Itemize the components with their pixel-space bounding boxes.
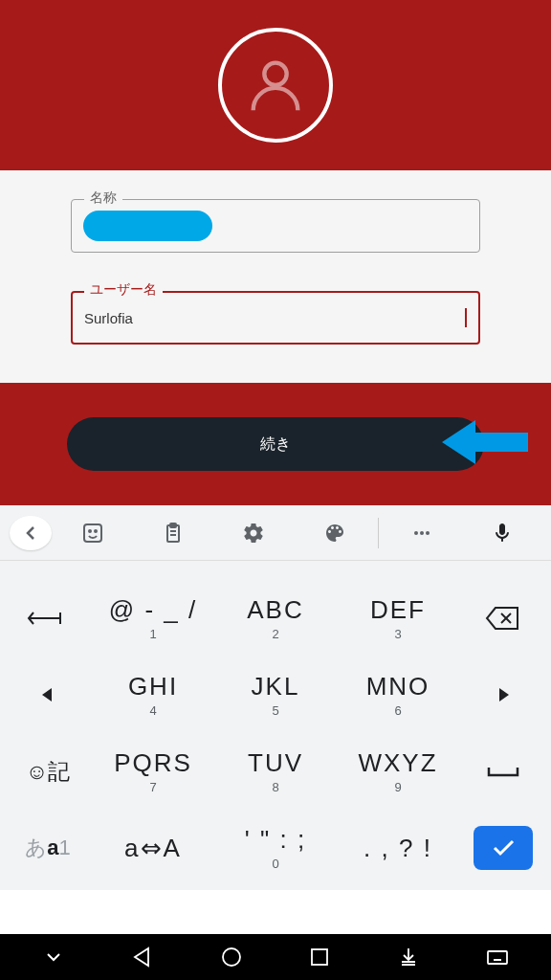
key-return-arrow[interactable]: [4, 580, 92, 657]
name-field-wrap: 名称: [71, 199, 480, 253]
key-enter[interactable]: [459, 810, 547, 886]
name-redacted: [83, 211, 212, 241]
key-6-mno[interactable]: MNO 6: [337, 657, 459, 733]
svg-marker-15: [499, 688, 509, 702]
username-label: ユーザー名: [84, 281, 163, 299]
key-nav-right[interactable]: [459, 657, 547, 733]
nav-collapse[interactable]: [42, 946, 65, 969]
keyboard-row-1: @ - _ / 1 ABC 2 DEF 3: [4, 580, 547, 657]
return-arrow-icon: [26, 607, 70, 630]
gear-icon: [242, 522, 265, 545]
key-0-punctuation[interactable]: ' " : ; 0: [214, 810, 337, 886]
svg-rect-2: [84, 524, 101, 542]
key-language-toggle[interactable]: あa1: [4, 810, 92, 886]
key-case-toggle[interactable]: a⇔A: [92, 810, 214, 886]
back-triangle-icon: [131, 946, 154, 969]
avatar-placeholder[interactable]: [218, 28, 333, 143]
key-3-def[interactable]: DEF 3: [337, 580, 459, 657]
svg-point-4: [95, 530, 97, 532]
nav-home[interactable]: [220, 946, 243, 969]
nav-download[interactable]: [397, 946, 420, 969]
arrow-left-icon: [442, 418, 528, 466]
svg-marker-14: [42, 688, 52, 702]
svg-rect-19: [488, 951, 507, 964]
enter-button-bg: [474, 826, 533, 870]
key-emoji[interactable]: ☺記: [4, 733, 92, 810]
mic-icon: [491, 522, 514, 545]
header: [0, 0, 551, 170]
key-9-wxyz[interactable]: WXYZ 9: [337, 733, 459, 810]
toolbar-separator: [378, 518, 379, 548]
svg-point-11: [426, 531, 430, 535]
key-nav-left[interactable]: [4, 657, 92, 733]
check-icon: [489, 834, 518, 862]
svg-marker-1: [442, 420, 528, 464]
key-7-pqrs[interactable]: PQRS 7: [92, 733, 214, 810]
sticker-button[interactable]: [54, 505, 132, 560]
continue-button[interactable]: 続き: [67, 417, 484, 471]
key-punctuation-2[interactable]: . , ? !: [337, 810, 459, 886]
square-icon: [308, 946, 331, 969]
circle-icon: [220, 946, 243, 969]
download-icon: [397, 946, 420, 969]
chevron-left-icon: [19, 522, 42, 545]
sticker-icon: [81, 522, 104, 545]
key-8-tuv[interactable]: TUV 8: [214, 733, 337, 810]
username-field-wrap: ユーザー名 Surlofia: [71, 291, 480, 345]
keyboard-icon: [486, 946, 509, 969]
svg-point-9: [414, 531, 418, 535]
keyboard-row-4: あa1 a⇔A ' " : ; 0 . , ? !: [4, 810, 547, 886]
person-icon: [242, 52, 309, 119]
svg-point-10: [420, 531, 424, 535]
settings-button[interactable]: [214, 505, 293, 560]
svg-marker-16: [135, 948, 148, 966]
key-2-abc[interactable]: ABC 2: [214, 580, 337, 657]
triangle-right-icon: [495, 686, 512, 703]
nav-recent[interactable]: [308, 946, 331, 969]
more-button[interactable]: [383, 505, 461, 560]
keyboard-row-3: ☺記 PQRS 7 TUV 8 WXYZ 9: [4, 733, 547, 810]
name-input[interactable]: [71, 199, 480, 253]
nav-keyboard-switch[interactable]: [486, 946, 509, 969]
android-nav-bar: [0, 934, 551, 980]
voice-button[interactable]: [463, 505, 541, 560]
nav-back[interactable]: [131, 946, 154, 969]
clipboard-button[interactable]: [134, 505, 212, 560]
svg-rect-18: [312, 949, 327, 965]
palette-icon: [323, 522, 346, 545]
form-section: 名称 ユーザー名 Surlofia: [0, 170, 551, 383]
triangle-left-icon: [39, 686, 56, 703]
keyboard-back-button[interactable]: [10, 516, 52, 550]
svg-point-0: [264, 63, 286, 85]
username-value: Surlofia: [84, 310, 464, 326]
text-cursor: [465, 308, 467, 327]
keyboard: @ - _ / 1 ABC 2 DEF 3 GHI 4 JKL 5 MNO 6: [0, 561, 551, 890]
theme-button[interactable]: [296, 505, 374, 560]
clipboard-icon: [162, 522, 185, 545]
more-icon: [410, 522, 433, 545]
svg-point-3: [89, 530, 91, 532]
key-1-symbols[interactable]: @ - _ / 1: [92, 580, 214, 657]
chevron-down-icon: [42, 946, 65, 969]
backspace-icon: [485, 604, 521, 633]
key-4-ghi[interactable]: GHI 4: [92, 657, 214, 733]
key-space[interactable]: [459, 733, 547, 810]
svg-point-17: [223, 948, 240, 966]
space-icon: [485, 762, 521, 781]
arrow-annotation: [442, 418, 528, 470]
name-label: 名称: [84, 189, 122, 207]
username-input[interactable]: Surlofia: [71, 291, 480, 345]
key-5-jkl[interactable]: JKL 5: [214, 657, 337, 733]
key-backspace[interactable]: [459, 580, 547, 657]
keyboard-toolbar: [0, 505, 551, 561]
button-section: 続き: [0, 383, 551, 505]
keyboard-row-2: GHI 4 JKL 5 MNO 6: [4, 657, 547, 733]
